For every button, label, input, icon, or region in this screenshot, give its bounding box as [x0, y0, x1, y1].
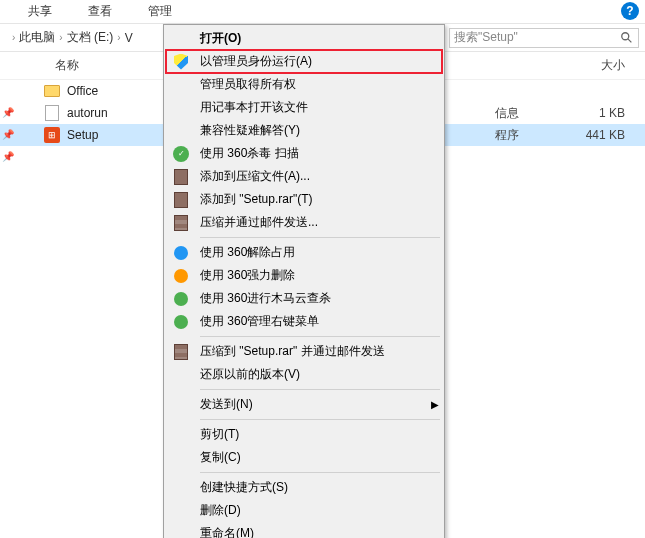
menu-label: 压缩并通过邮件发送...: [200, 214, 442, 231]
menu-label: 重命名(M): [200, 525, 442, 538]
menu-label: 还原以前的版本(V): [200, 366, 442, 383]
menu-label: 以管理员身份运行(A): [200, 53, 442, 70]
menu-label: 使用 360管理右键菜单: [200, 313, 442, 330]
tab-view[interactable]: 查看: [70, 0, 130, 24]
file-type: 信息: [495, 105, 565, 122]
svg-line-1: [628, 38, 632, 42]
menu-separator: [200, 336, 440, 337]
shield-icon: [170, 53, 192, 71]
menu-label: 使用 360杀毒 扫描: [200, 145, 442, 162]
menu-label: 压缩到 "Setup.rar" 并通过邮件发送: [200, 343, 442, 360]
antivirus-icon: ✓: [170, 145, 192, 163]
archive-icon: [170, 168, 192, 186]
chevron-right-icon: ›: [8, 32, 19, 43]
menu-360-scan[interactable]: ✓ 使用 360杀毒 扫描: [166, 142, 442, 165]
search-input[interactable]: 搜索"Setup": [449, 28, 639, 48]
menu-send-to[interactable]: 发送到(N) ▶: [166, 393, 442, 416]
unlock-icon: [170, 244, 192, 262]
menu-open-notepad[interactable]: 用记事本打开该文件: [166, 96, 442, 119]
pin-icon: 📌: [0, 102, 15, 124]
file-type: 程序: [495, 127, 565, 144]
menu-take-ownership[interactable]: 管理员取得所有权: [166, 73, 442, 96]
menu-add-setup-rar[interactable]: 添加到 "Setup.rar"(T): [166, 188, 442, 211]
menu-label: 创建快捷方式(S): [200, 479, 442, 496]
menu-label: 用记事本打开该文件: [200, 99, 442, 116]
chevron-right-icon: ▶: [428, 399, 442, 410]
column-size[interactable]: 大小: [555, 57, 645, 74]
menu-add-archive[interactable]: 添加到压缩文件(A)...: [166, 165, 442, 188]
svg-point-0: [622, 32, 629, 39]
menu-label: 管理员取得所有权: [200, 76, 442, 93]
menu-restore-previous[interactable]: 还原以前的版本(V): [166, 363, 442, 386]
menu-rename[interactable]: 重命名(M): [166, 522, 442, 538]
chevron-right-icon: ›: [55, 32, 66, 43]
menu-label: 使用 360进行木马云查杀: [200, 290, 442, 307]
menu-separator: [200, 472, 440, 473]
pin-icon: 📌: [0, 124, 15, 146]
menu-label: 删除(D): [200, 502, 442, 519]
menu-troubleshoot[interactable]: 兼容性疑难解答(Y): [166, 119, 442, 142]
menu-360-unlock[interactable]: 使用 360解除占用: [166, 241, 442, 264]
folder-icon: [43, 85, 61, 97]
menu-copy[interactable]: 复制(C): [166, 446, 442, 469]
menu-separator: [200, 389, 440, 390]
menu-separator: [200, 237, 440, 238]
app-icon: ⊞: [43, 127, 61, 143]
menu-open[interactable]: 打开(O): [166, 27, 442, 50]
menu-create-shortcut[interactable]: 创建快捷方式(S): [166, 476, 442, 499]
file-size: 1 KB: [565, 106, 645, 120]
menu-zip-setup-mail[interactable]: 压缩到 "Setup.rar" 并通过邮件发送: [166, 340, 442, 363]
menu-delete[interactable]: 删除(D): [166, 499, 442, 522]
menu-zip-mail[interactable]: 压缩并通过邮件发送...: [166, 211, 442, 234]
chevron-right-icon: ›: [113, 32, 124, 43]
delete-icon: [170, 267, 192, 285]
pin-icon: 📌: [0, 146, 15, 168]
breadcrumb-folder[interactable]: V: [125, 31, 133, 45]
menu-360-manage-context[interactable]: 使用 360管理右键菜单: [166, 310, 442, 333]
archive-mail-icon: [170, 343, 192, 361]
menu-label: 添加到压缩文件(A)...: [200, 168, 442, 185]
menu-cut[interactable]: 剪切(T): [166, 423, 442, 446]
search-placeholder: 搜索"Setup": [454, 29, 518, 46]
menu-label: 兼容性疑难解答(Y): [200, 122, 442, 139]
help-icon[interactable]: ?: [621, 2, 639, 20]
breadcrumb-docs[interactable]: 文档 (E:): [67, 29, 114, 46]
menu-360-force-delete[interactable]: 使用 360强力删除: [166, 264, 442, 287]
archive-mail-icon: [170, 214, 192, 232]
menu-run-as-admin[interactable]: 以管理员身份运行(A): [166, 50, 442, 73]
ribbon-tabs: 共享 查看 管理 ?: [0, 0, 645, 24]
settings-icon: [170, 313, 192, 331]
menu-label: 添加到 "Setup.rar"(T): [200, 191, 442, 208]
menu-label: 剪切(T): [200, 426, 442, 443]
menu-label: 使用 360强力删除: [200, 267, 442, 284]
context-menu: 打开(O) 以管理员身份运行(A) 管理员取得所有权 用记事本打开该文件 兼容性…: [163, 24, 445, 538]
search-icon: [620, 31, 634, 45]
file-size: 441 KB: [565, 128, 645, 142]
file-icon: [43, 105, 61, 121]
scan-icon: [170, 290, 192, 308]
breadcrumb-pc[interactable]: 此电脑: [19, 29, 55, 46]
archive-icon: [170, 191, 192, 209]
menu-label: 复制(C): [200, 449, 442, 466]
tab-share[interactable]: 共享: [10, 0, 70, 24]
menu-separator: [200, 419, 440, 420]
menu-label: 使用 360解除占用: [200, 244, 442, 261]
menu-label: 发送到(N): [200, 396, 428, 413]
menu-label: 打开(O): [200, 30, 442, 47]
tab-manage[interactable]: 管理: [130, 0, 190, 24]
menu-360-trojan-scan[interactable]: 使用 360进行木马云查杀: [166, 287, 442, 310]
